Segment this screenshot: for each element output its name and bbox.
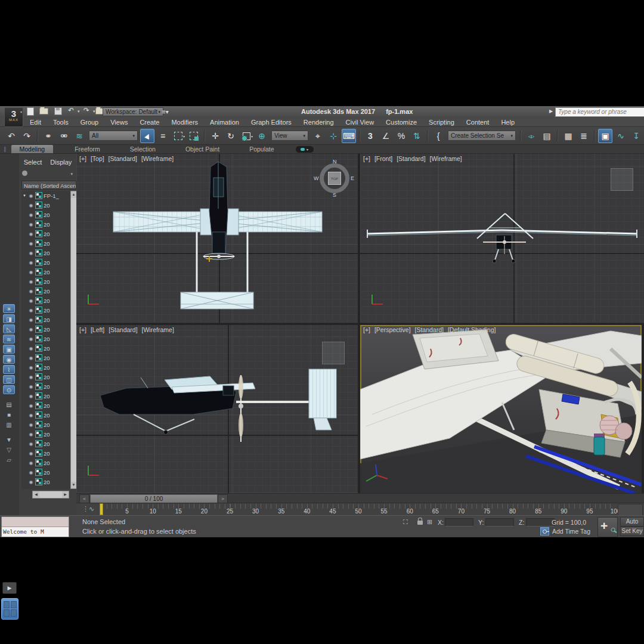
explorer-object-row[interactable]: ◉20 <box>21 324 70 334</box>
select-and-move-icon[interactable]: ✛ <box>208 129 222 143</box>
visibility-eye-icon[interactable]: ◉ <box>28 289 34 294</box>
explorer-object-row[interactable]: ◉20 <box>21 420 70 429</box>
viewport-menu-plus[interactable]: [+] <box>79 155 86 162</box>
explorer-object-row[interactable]: ◉20 <box>21 296 70 305</box>
viewport-left[interactable]: [+] [Left] [Standard] [Wireframe] <box>76 325 358 493</box>
selection-filter-dropdown[interactable]: All▾ <box>89 131 138 141</box>
workspace-menu-icon[interactable]: ≡▾ <box>162 109 169 115</box>
visibility-eye-icon[interactable]: ◉ <box>28 241 34 246</box>
explorer-object-row[interactable]: ◉20 <box>21 258 70 267</box>
filter-all-icon[interactable]: ▽ <box>3 445 15 454</box>
percent-snap-icon[interactable]: % <box>394 129 408 143</box>
menu-scripting[interactable]: Scripting <box>423 119 460 126</box>
visibility-eye-icon[interactable]: ◉ <box>28 298 34 304</box>
visibility-eye-icon[interactable]: ◉ <box>28 355 34 361</box>
visibility-eye-icon[interactable]: ◉ <box>28 193 34 199</box>
auto-key-button[interactable]: Auto Key <box>620 517 644 527</box>
explorer-menu-display[interactable]: Display <box>50 159 72 166</box>
viewport-menu-view[interactable]: [Perspective] <box>374 326 411 333</box>
select-and-manipulate-icon[interactable]: ⊹ <box>326 129 340 143</box>
explorer-object-row[interactable]: ◉20 <box>21 277 70 286</box>
visibility-eye-icon[interactable]: ◉ <box>28 460 34 466</box>
y-coordinate-field[interactable] <box>485 518 514 527</box>
viewcube-top-face[interactable]: TOP <box>328 172 341 185</box>
ribbon-tab-modeling[interactable]: Modeling <box>11 145 54 153</box>
menu-rendering[interactable]: Rendering <box>298 119 340 126</box>
set-keys-button[interactable]: + <box>597 517 618 537</box>
container-icon[interactable]: ▱ <box>3 456 15 465</box>
align-icon[interactable]: ▤ <box>540 129 554 143</box>
ribbon-minimize-icon[interactable]: ▾ <box>296 146 314 153</box>
maxscript-mini-listener[interactable]: Welcome to M <box>1 516 69 537</box>
viewport-menu-shading[interactable]: [Wireframe] <box>142 326 174 333</box>
explorer-object-row[interactable]: ◉20 <box>21 305 70 315</box>
viewport-perspective-active[interactable]: [+] [Perspective] [Standard] [Default Sh… <box>360 325 642 493</box>
search-flyout-icon[interactable]: ▶ <box>549 109 553 114</box>
sort-alpha-icon[interactable]: ■ <box>3 410 15 419</box>
visibility-eye-icon[interactable]: ◉ <box>28 222 34 227</box>
explorer-horizontal-scrollbar[interactable]: ◀ ▶ <box>32 491 69 499</box>
viewport-menu-shading[interactable]: [Wireframe] <box>141 155 174 162</box>
explorer-object-row[interactable]: ◉20 <box>21 200 70 210</box>
display-containers-icon[interactable]: ◫ <box>3 375 15 384</box>
viewport-menu-renderer[interactable]: [Standard] <box>109 326 137 333</box>
window-crossing-icon[interactable] <box>187 129 201 143</box>
viewport-menu-view[interactable]: [Front] <box>374 155 392 162</box>
display-helpers-icon[interactable]: ◺ <box>3 324 15 333</box>
visibility-eye-icon[interactable]: ◉ <box>28 479 34 485</box>
scroll-up-icon[interactable]: ▲ <box>71 191 76 198</box>
explorer-object-row[interactable]: ◉20 <box>21 363 70 372</box>
open-file-icon[interactable] <box>39 107 48 116</box>
viewport-menu-view[interactable]: [Top] <box>91 155 104 162</box>
viewport-menu-plus[interactable]: [+] <box>363 326 370 333</box>
menu-animation[interactable]: Animation <box>204 119 245 126</box>
visibility-eye-icon[interactable]: ◉ <box>28 470 34 475</box>
track-bar[interactable]: ⋮∿ 0510152025303540455055606570758085909… <box>76 503 644 516</box>
menu-views[interactable]: Views <box>104 119 134 126</box>
explorer-object-row[interactable]: ◉20 <box>21 410 70 420</box>
time-slider-handle[interactable]: 0 / 100 <box>90 494 218 503</box>
selection-lock-icon[interactable] <box>417 521 423 525</box>
display-geometry-icon[interactable]: ▣ <box>3 345 15 354</box>
explorer-root-row[interactable]: ▼ ◉ FP-1_ <box>21 191 70 200</box>
mirror-icon[interactable]: ◃▹ <box>524 129 538 143</box>
redo-icon[interactable]: ↷ <box>82 106 91 114</box>
listener-script-line[interactable]: Welcome to M <box>2 527 69 537</box>
mini-curve-editor-icon[interactable]: ⋮∿ <box>82 505 94 513</box>
explorer-object-row[interactable]: ◉20 <box>21 286 70 296</box>
visibility-eye-icon[interactable]: ◉ <box>28 432 34 437</box>
display-lights-icon[interactable]: ☀ <box>3 304 15 313</box>
unlink-selection-icon[interactable]: ⚮ <box>57 129 71 143</box>
explorer-column-header[interactable]: Name (Sorted Ascend <box>21 181 76 190</box>
visibility-eye-icon[interactable]: ◉ <box>28 365 34 370</box>
schematic-view-icon[interactable]: ↧ <box>629 129 643 143</box>
select-and-link-icon[interactable]: ⚭ <box>41 129 55 143</box>
explorer-object-row[interactable]: ◉20 <box>21 448 70 458</box>
snaps-toggle-icon[interactable]: 3 <box>363 129 377 143</box>
explorer-object-row[interactable]: ◉20 <box>21 353 70 363</box>
curve-editor-icon[interactable]: ∿ <box>614 129 628 143</box>
menu-graph-editors[interactable]: Graph Editors <box>245 119 298 126</box>
menu-modifiers[interactable]: Modifiers <box>165 119 204 126</box>
toggle-ribbon-icon[interactable]: ▣ <box>598 129 612 143</box>
isolate-selection-icon[interactable]: ⛶ <box>403 518 408 526</box>
menu-civil-view[interactable]: Civil View <box>340 119 380 126</box>
scene-explorer-grid-icon[interactable] <box>1 598 18 620</box>
viewcube-ghost[interactable] <box>611 168 633 191</box>
absolute-mode-icon[interactable]: ⊞ <box>427 518 432 526</box>
viewport-front[interactable]: [+] [Front] [Standard] [Wireframe] <box>360 154 644 323</box>
angle-snap-icon[interactable]: ∠ <box>379 129 393 143</box>
select-object-icon[interactable]: ► <box>140 129 154 143</box>
sort-by-type-icon[interactable]: ▤ <box>3 400 15 409</box>
listener-macro-line[interactable] <box>2 517 69 527</box>
visibility-eye-icon[interactable]: ◉ <box>28 203 34 208</box>
new-scene-icon[interactable] <box>26 107 35 116</box>
display-cameras-icon[interactable]: ◨ <box>3 314 15 323</box>
named-selection-sets-dropdown[interactable]: Create Selection Se▾ <box>448 131 516 141</box>
bind-to-space-warp-icon[interactable]: ≋ <box>72 129 86 143</box>
viewport-menu-renderer[interactable]: [Standard] <box>415 326 444 333</box>
select-and-place-icon[interactable]: ⊕ <box>255 129 269 143</box>
explorer-object-row[interactable]: ◉20 <box>21 239 70 248</box>
set-key-button[interactable]: Set Key <box>620 527 644 536</box>
visibility-eye-icon[interactable]: ◉ <box>28 308 34 313</box>
